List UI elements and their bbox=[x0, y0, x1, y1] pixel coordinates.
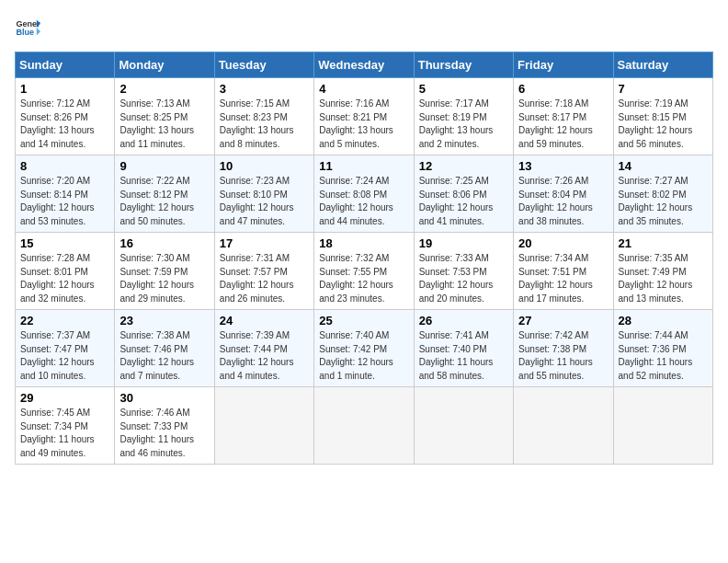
day-info-16: Sunrise: 7:30 AMSunset: 7:59 PMDaylight:… bbox=[119, 252, 209, 305]
day-number-8: 8 bbox=[20, 159, 109, 173]
weekday-header-row: SundayMondayTuesdayWednesdayThursdayFrid… bbox=[16, 52, 713, 78]
day-number-18: 18 bbox=[319, 236, 408, 250]
svg-marker-3 bbox=[37, 28, 40, 35]
day-info-13: Sunrise: 7:26 AMSunset: 8:04 PMDaylight:… bbox=[518, 175, 608, 228]
day-cell-6: 6Sunrise: 7:18 AMSunset: 8:17 PMDaylight… bbox=[514, 78, 613, 155]
logo-icon: General Blue bbox=[15, 15, 40, 40]
day-cell-empty bbox=[314, 387, 414, 465]
weekday-header-sunday: Sunday bbox=[16, 52, 115, 78]
day-info-14: Sunrise: 7:27 AMSunset: 8:02 PMDaylight:… bbox=[619, 175, 708, 228]
day-info-20: Sunrise: 7:34 AMSunset: 7:51 PMDaylight:… bbox=[518, 252, 608, 305]
day-info-4: Sunrise: 7:16 AMSunset: 8:21 PMDaylight:… bbox=[319, 98, 408, 151]
calendar-table: SundayMondayTuesdayWednesdayThursdayFrid… bbox=[15, 52, 713, 465]
day-number-22: 22 bbox=[20, 314, 109, 327]
day-cell-11: 11Sunrise: 7:24 AMSunset: 8:08 PMDayligh… bbox=[314, 155, 414, 233]
day-number-16: 16 bbox=[119, 236, 209, 250]
day-number-24: 24 bbox=[220, 314, 309, 327]
day-info-29: Sunrise: 7:45 AMSunset: 7:34 PMDaylight:… bbox=[20, 407, 109, 460]
day-info-10: Sunrise: 7:23 AMSunset: 8:10 PMDaylight:… bbox=[220, 175, 309, 228]
day-number-7: 7 bbox=[619, 82, 708, 96]
day-cell-empty bbox=[613, 387, 712, 465]
weekday-header-wednesday: Wednesday bbox=[314, 52, 414, 78]
calendar-row-1: 1Sunrise: 7:12 AMSunset: 8:26 PMDaylight… bbox=[16, 78, 713, 155]
day-number-11: 11 bbox=[319, 159, 408, 173]
day-cell-8: 8Sunrise: 7:20 AMSunset: 8:14 PMDaylight… bbox=[16, 155, 115, 233]
day-cell-19: 19Sunrise: 7:33 AMSunset: 7:53 PMDayligh… bbox=[414, 233, 513, 310]
day-cell-24: 24Sunrise: 7:39 AMSunset: 7:44 PMDayligh… bbox=[214, 310, 313, 387]
day-number-23: 23 bbox=[119, 314, 209, 327]
day-info-3: Sunrise: 7:15 AMSunset: 8:23 PMDaylight:… bbox=[220, 98, 309, 151]
day-number-9: 9 bbox=[119, 159, 209, 173]
day-number-1: 1 bbox=[20, 82, 109, 96]
calendar-row-4: 22Sunrise: 7:37 AMSunset: 7:47 PMDayligh… bbox=[16, 310, 713, 387]
day-number-12: 12 bbox=[419, 159, 508, 173]
day-cell-1: 1Sunrise: 7:12 AMSunset: 8:26 PMDaylight… bbox=[16, 78, 115, 155]
day-info-7: Sunrise: 7:19 AMSunset: 8:15 PMDaylight:… bbox=[619, 98, 708, 151]
day-cell-30: 30Sunrise: 7:46 AMSunset: 7:33 PMDayligh… bbox=[115, 387, 214, 465]
day-info-23: Sunrise: 7:38 AMSunset: 7:46 PMDaylight:… bbox=[119, 329, 209, 383]
day-number-6: 6 bbox=[518, 82, 608, 96]
day-info-2: Sunrise: 7:13 AMSunset: 8:25 PMDaylight:… bbox=[119, 98, 209, 151]
day-cell-15: 15Sunrise: 7:28 AMSunset: 8:01 PMDayligh… bbox=[16, 233, 115, 310]
day-cell-3: 3Sunrise: 7:15 AMSunset: 8:23 PMDaylight… bbox=[214, 78, 313, 155]
day-cell-17: 17Sunrise: 7:31 AMSunset: 7:57 PMDayligh… bbox=[214, 233, 313, 310]
day-info-27: Sunrise: 7:42 AMSunset: 7:38 PMDaylight:… bbox=[518, 329, 608, 383]
day-number-25: 25 bbox=[319, 314, 408, 327]
day-cell-16: 16Sunrise: 7:30 AMSunset: 7:59 PMDayligh… bbox=[115, 233, 214, 310]
day-number-13: 13 bbox=[518, 159, 608, 173]
day-cell-7: 7Sunrise: 7:19 AMSunset: 8:15 PMDaylight… bbox=[613, 78, 712, 155]
day-info-22: Sunrise: 7:37 AMSunset: 7:47 PMDaylight:… bbox=[20, 329, 109, 383]
day-cell-empty bbox=[414, 387, 513, 465]
day-number-26: 26 bbox=[419, 314, 508, 327]
day-number-14: 14 bbox=[619, 159, 708, 173]
day-number-28: 28 bbox=[619, 314, 708, 327]
day-cell-4: 4Sunrise: 7:16 AMSunset: 8:21 PMDaylight… bbox=[314, 78, 414, 155]
day-info-26: Sunrise: 7:41 AMSunset: 7:40 PMDaylight:… bbox=[419, 329, 508, 383]
day-cell-10: 10Sunrise: 7:23 AMSunset: 8:10 PMDayligh… bbox=[214, 155, 313, 233]
day-number-15: 15 bbox=[20, 236, 109, 250]
day-number-27: 27 bbox=[518, 314, 608, 327]
day-info-5: Sunrise: 7:17 AMSunset: 8:19 PMDaylight:… bbox=[419, 98, 508, 151]
day-cell-23: 23Sunrise: 7:38 AMSunset: 7:46 PMDayligh… bbox=[115, 310, 214, 387]
day-cell-13: 13Sunrise: 7:26 AMSunset: 8:04 PMDayligh… bbox=[514, 155, 613, 233]
day-number-20: 20 bbox=[518, 236, 608, 250]
day-cell-29: 29Sunrise: 7:45 AMSunset: 7:34 PMDayligh… bbox=[16, 387, 115, 465]
svg-text:Blue: Blue bbox=[16, 28, 34, 37]
day-cell-empty bbox=[514, 387, 613, 465]
weekday-header-monday: Monday bbox=[115, 52, 214, 78]
day-cell-empty bbox=[214, 387, 313, 465]
calendar-row-2: 8Sunrise: 7:20 AMSunset: 8:14 PMDaylight… bbox=[16, 155, 713, 233]
day-number-19: 19 bbox=[419, 236, 508, 250]
day-info-19: Sunrise: 7:33 AMSunset: 7:53 PMDaylight:… bbox=[419, 252, 508, 305]
day-number-21: 21 bbox=[619, 236, 708, 250]
day-info-12: Sunrise: 7:25 AMSunset: 8:06 PMDaylight:… bbox=[419, 175, 508, 228]
day-info-6: Sunrise: 7:18 AMSunset: 8:17 PMDaylight:… bbox=[518, 98, 608, 151]
day-info-1: Sunrise: 7:12 AMSunset: 8:26 PMDaylight:… bbox=[20, 98, 109, 151]
day-info-9: Sunrise: 7:22 AMSunset: 8:12 PMDaylight:… bbox=[119, 175, 209, 228]
day-info-24: Sunrise: 7:39 AMSunset: 7:44 PMDaylight:… bbox=[220, 329, 309, 383]
day-number-29: 29 bbox=[20, 391, 109, 405]
day-number-17: 17 bbox=[220, 236, 309, 250]
weekday-header-tuesday: Tuesday bbox=[214, 52, 313, 78]
day-info-30: Sunrise: 7:46 AMSunset: 7:33 PMDaylight:… bbox=[119, 407, 209, 460]
day-number-4: 4 bbox=[319, 82, 408, 96]
day-cell-27: 27Sunrise: 7:42 AMSunset: 7:38 PMDayligh… bbox=[514, 310, 613, 387]
day-number-30: 30 bbox=[119, 391, 209, 405]
weekday-header-saturday: Saturday bbox=[613, 52, 712, 78]
day-cell-5: 5Sunrise: 7:17 AMSunset: 8:19 PMDaylight… bbox=[414, 78, 513, 155]
day-info-21: Sunrise: 7:35 AMSunset: 7:49 PMDaylight:… bbox=[619, 252, 708, 305]
day-info-8: Sunrise: 7:20 AMSunset: 8:14 PMDaylight:… bbox=[20, 175, 109, 228]
day-cell-26: 26Sunrise: 7:41 AMSunset: 7:40 PMDayligh… bbox=[414, 310, 513, 387]
day-info-17: Sunrise: 7:31 AMSunset: 7:57 PMDaylight:… bbox=[220, 252, 309, 305]
page-header: General Blue bbox=[15, 15, 713, 40]
day-cell-20: 20Sunrise: 7:34 AMSunset: 7:51 PMDayligh… bbox=[514, 233, 613, 310]
day-info-11: Sunrise: 7:24 AMSunset: 8:08 PMDaylight:… bbox=[319, 175, 408, 228]
day-cell-28: 28Sunrise: 7:44 AMSunset: 7:36 PMDayligh… bbox=[613, 310, 712, 387]
day-cell-25: 25Sunrise: 7:40 AMSunset: 7:42 PMDayligh… bbox=[314, 310, 414, 387]
day-cell-21: 21Sunrise: 7:35 AMSunset: 7:49 PMDayligh… bbox=[613, 233, 712, 310]
day-cell-22: 22Sunrise: 7:37 AMSunset: 7:47 PMDayligh… bbox=[16, 310, 115, 387]
weekday-header-friday: Friday bbox=[514, 52, 613, 78]
day-info-18: Sunrise: 7:32 AMSunset: 7:55 PMDaylight:… bbox=[319, 252, 408, 305]
day-cell-2: 2Sunrise: 7:13 AMSunset: 8:25 PMDaylight… bbox=[115, 78, 214, 155]
day-number-2: 2 bbox=[119, 82, 209, 96]
